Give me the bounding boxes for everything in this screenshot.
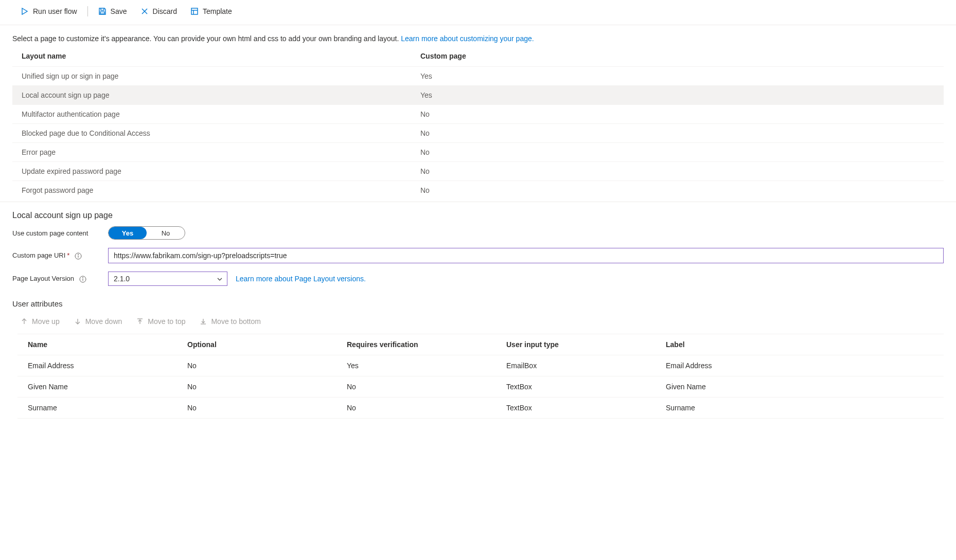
col-layout-name: Layout name [22,52,420,60]
attr-cell-name: Surname [28,404,187,412]
page-layout-version-row: Page Layout Version 2.1.0 Learn more abo… [12,272,956,286]
command-bar: Run user flow Save Discard Template [0,0,956,25]
svg-rect-1 [100,12,104,14]
attr-cell-name: Given Name [28,383,187,391]
layout-name-cell: Forgot password page [22,186,420,194]
template-icon [190,7,199,15]
layout-row[interactable]: Forgot password pageNo [12,180,944,200]
toggle-yes[interactable]: Yes [109,227,147,239]
attr-cell-label: Given Name [666,383,944,391]
layout-name-cell: Unified sign up or sign in page [22,72,420,80]
layout-row[interactable]: Error pageNo [12,142,944,161]
custom-uri-input[interactable] [108,248,944,263]
layout-name-cell: Update expired password page [22,167,420,175]
col-custom-page: Custom page [420,52,944,60]
version-learn-more-link[interactable]: Learn more about Page Layout versions. [236,275,366,283]
attr-row[interactable]: Email AddressNoYesEmailBoxEmail Address [17,355,944,376]
run-user-flow-button[interactable]: Run user flow [15,5,82,17]
template-button[interactable]: Template [185,5,237,17]
attr-cell-requires: Yes [347,362,506,370]
layout-name-cell: Local account sign up page [22,91,420,99]
custom-page-cell: No [420,167,944,175]
intro-text: Select a page to customize it's appearan… [0,25,956,48]
layouts-table: Layout name Custom page Unified sign up … [12,48,944,200]
custom-page-cell: No [420,129,944,137]
info-icon[interactable] [75,252,82,260]
attr-cell-optional: No [187,362,347,370]
custom-uri-row: Custom page URI* [12,248,956,263]
col-requires: Requires verification [347,340,506,349]
info-icon[interactable] [79,276,86,283]
move-up-button[interactable]: Move up [14,315,66,328]
custom-uri-label: Custom page URI* [12,251,108,260]
col-label: Label [666,340,944,349]
custom-page-cell: Yes [420,72,944,80]
attr-cell-name: Email Address [28,362,187,370]
custom-page-cell: No [420,148,944,156]
attr-row[interactable]: SurnameNoNoTextBoxSurname [17,398,944,419]
user-attributes-title: User attributes [12,299,956,308]
svg-marker-0 [22,8,27,14]
attr-cell-requires: No [347,383,506,391]
save-button[interactable]: Save [93,5,132,17]
version-value: 2.1.0 [114,275,130,283]
attr-row[interactable]: Given NameNoNoTextBoxGiven Name [17,376,944,398]
svg-rect-4 [191,8,198,14]
col-optional: Optional [187,340,347,349]
layout-row[interactable]: Unified sign up or sign in pageYes [12,66,944,85]
use-custom-toggle[interactable]: Yes No [108,226,185,240]
layout-row[interactable]: Local account sign up pageYes [12,85,944,104]
intro-body: Select a page to customize it's appearan… [12,34,401,43]
svg-point-12 [82,277,83,278]
layout-row[interactable]: Blocked page due to Conditional AccessNo [12,123,944,142]
move-to-bottom-button[interactable]: Move to bottom [193,315,267,328]
chevron-down-icon [217,276,223,282]
user-attributes-toolbar: Move up Move down Move to top Move to bo… [0,315,956,334]
version-label: Page Layout Version [12,275,108,283]
layout-name-cell: Blocked page due to Conditional Access [22,129,420,137]
move-down-button[interactable]: Move down [68,315,129,328]
version-select[interactable]: 2.1.0 [108,272,227,286]
toolbar-separator [87,6,88,16]
attr-cell-input: TextBox [506,383,666,391]
layout-detail: Local account sign up page Use custom pa… [0,205,956,286]
discard-button[interactable]: Discard [135,5,182,17]
user-attributes-table: Name Optional Requires verification User… [17,334,944,419]
move-up-label: Move up [32,317,60,326]
col-name: Name [28,340,187,349]
required-asterisk: * [67,251,69,259]
layout-name-cell: Multifactor authentication page [22,110,420,118]
attr-cell-optional: No [187,404,347,412]
attr-cell-label: Email Address [666,362,944,370]
run-label: Run user flow [33,7,77,15]
template-label: Template [203,7,232,15]
move-bottom-label: Move to bottom [211,317,261,326]
layout-row[interactable]: Update expired password pageNo [12,161,944,180]
move-down-label: Move down [85,317,122,326]
custom-page-cell: No [420,110,944,118]
attr-cell-requires: No [347,404,506,412]
use-custom-row: Use custom page content Yes No [12,226,956,240]
learn-more-link[interactable]: Learn more about customizing your page. [401,34,534,43]
attr-cell-label: Surname [666,404,944,412]
layouts-header: Layout name Custom page [12,48,944,66]
detail-title: Local account sign up page [12,211,956,220]
use-custom-label: Use custom page content [12,229,108,237]
close-icon [140,7,149,15]
custom-page-cell: No [420,186,944,194]
layout-row[interactable]: Multifactor authentication pageNo [12,104,944,123]
move-to-top-button[interactable]: Move to top [130,315,191,328]
layout-name-cell: Error page [22,148,420,156]
play-icon [21,7,29,15]
discard-label: Discard [153,7,177,15]
attr-cell-optional: No [187,383,347,391]
toggle-no[interactable]: No [147,227,185,239]
col-input-type: User input type [506,340,666,349]
save-icon [98,7,107,15]
attr-cell-input: EmailBox [506,362,666,370]
svg-point-9 [78,254,79,255]
move-top-label: Move to top [148,317,185,326]
save-label: Save [111,7,127,15]
attr-cell-input: TextBox [506,404,666,412]
attr-header: Name Optional Requires verification User… [17,334,944,355]
